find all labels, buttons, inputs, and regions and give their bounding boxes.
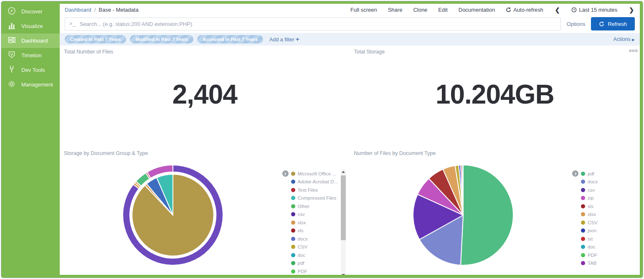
legend-color-dot bbox=[291, 172, 295, 176]
legend-item-docx[interactable]: docx bbox=[291, 235, 340, 243]
pie-slice-pdf[interactable] bbox=[461, 165, 513, 265]
legend-color-dot bbox=[581, 245, 585, 249]
legend-item-text-files[interactable]: Text Files bbox=[291, 186, 340, 194]
refresh-button[interactable]: Refresh bbox=[591, 17, 635, 30]
legend-label: txt bbox=[588, 236, 593, 241]
legend-color-dot bbox=[291, 237, 295, 241]
actions-link[interactable]: Actions ▶ bbox=[614, 36, 635, 42]
legend-item-compressed-files[interactable]: Compressed Files bbox=[291, 194, 340, 203]
breadcrumb-dashboard-link[interactable]: Dashboard bbox=[65, 7, 91, 13]
pie-chart-area bbox=[354, 156, 573, 267]
legend-label: TAB bbox=[588, 261, 597, 266]
filter-pill[interactable]: Created in Past 7 Years bbox=[65, 35, 126, 43]
legend-item-doc[interactable]: doc bbox=[581, 243, 636, 251]
legend-item-tab[interactable]: TAB bbox=[581, 259, 636, 268]
legend-color-dot bbox=[581, 221, 585, 225]
legend-item-pdf[interactable]: PDF bbox=[291, 267, 340, 275]
time-range-picker[interactable]: Last 15 minutes bbox=[571, 7, 617, 13]
filter-pill[interactable]: Modified in Past 7 Years bbox=[130, 35, 193, 43]
legend-label: doc bbox=[298, 253, 306, 258]
legend-label: pdf bbox=[588, 171, 594, 176]
search-row: >_ Options Refresh bbox=[60, 16, 640, 33]
scrollbar-thumb[interactable] bbox=[341, 175, 346, 240]
legend-label: xlsx bbox=[588, 212, 596, 217]
pie-body: Microsoft Office ...Adobe Acrobat D...Te… bbox=[64, 156, 346, 275]
legend-item-txt[interactable]: txt bbox=[581, 235, 636, 243]
legend-color-dot bbox=[581, 261, 585, 265]
legend-item-xlsx[interactable]: xlsx bbox=[291, 218, 340, 227]
dashboard-grid: Total Number of Files 2,404 Total Storag… bbox=[60, 46, 640, 275]
legend-item-json[interactable]: json bbox=[581, 227, 636, 235]
legend-item-pdf[interactable]: pdf bbox=[581, 170, 636, 178]
legend-color-dot bbox=[291, 204, 295, 208]
panel-files-by-type: Number of Files by Document Type pdfdocx… bbox=[350, 147, 640, 275]
legend-color-dot bbox=[291, 221, 295, 225]
legend-collapse-icon[interactable] bbox=[572, 170, 578, 177]
legend-item-xls[interactable]: xls bbox=[291, 227, 340, 235]
sidebar-item-management[interactable]: Management bbox=[1, 77, 60, 92]
clock-icon bbox=[571, 7, 577, 13]
panel-options-icon[interactable] bbox=[629, 50, 637, 52]
legend-label: CSV bbox=[588, 220, 598, 225]
sidebar-item-dashboard[interactable]: Dashboard bbox=[1, 33, 60, 48]
panel-title: Total Storage bbox=[354, 49, 636, 55]
legend-color-dot bbox=[581, 253, 585, 257]
time-back-chevron[interactable]: ❮ bbox=[554, 7, 561, 13]
legend-color-dot bbox=[581, 228, 585, 233]
legend-label: Compressed Files bbox=[298, 195, 337, 200]
legend-item-docx[interactable]: docx bbox=[581, 178, 636, 186]
breadcrumb-separator: / bbox=[94, 7, 96, 13]
scroll-down-icon[interactable] bbox=[342, 274, 345, 275]
legend-item-pdf[interactable]: PDF bbox=[581, 251, 636, 259]
legend-item-csv[interactable]: CSV bbox=[581, 218, 636, 227]
pie-body: pdfdocxcsvzipxlsxlsxCSVjsontxtdocPDFTAB bbox=[354, 156, 636, 267]
legend-item-xlsx[interactable]: xlsx bbox=[581, 211, 636, 219]
scroll-up-icon[interactable] bbox=[342, 171, 345, 173]
plus-icon: + bbox=[296, 36, 299, 43]
panel-total-files: Total Number of Files 2,404 bbox=[60, 46, 350, 147]
sidebar-item-visualize[interactable]: Visualize bbox=[1, 19, 60, 33]
legend-item-csv[interactable]: csv bbox=[291, 211, 340, 219]
legend-item-csv[interactable]: csv bbox=[581, 186, 636, 194]
metric-value-total-storage: 10.204GB bbox=[354, 79, 636, 110]
legend-color-dot bbox=[581, 237, 585, 241]
legend-list: pdfdocxcsvzipxlsxlsxCSVjsontxtdocPDFTAB bbox=[581, 170, 636, 267]
shield-icon bbox=[8, 51, 16, 60]
legend-item-pdf[interactable]: pdf bbox=[291, 259, 340, 268]
legend-item-csv[interactable]: CSV bbox=[291, 243, 340, 251]
sidebar-item-timelion[interactable]: Timelion bbox=[1, 48, 60, 63]
legend-item-microsoft-office-[interactable]: Microsoft Office ... bbox=[291, 170, 340, 178]
chevron-right-icon: ▶ bbox=[632, 38, 635, 42]
panel-storage-by-type: Storage by Document Group & Type Microso… bbox=[60, 147, 350, 275]
legend-item-other[interactable]: Other bbox=[291, 202, 340, 211]
legend-label: docx bbox=[588, 179, 598, 184]
chart-legend: pdfdocxcsvzipxlsxlsxCSVjsontxtdocPDFTAB bbox=[572, 156, 636, 267]
legend-item-doc[interactable]: doc bbox=[291, 251, 340, 259]
nav-link-edit[interactable]: Edit bbox=[438, 7, 447, 13]
legend-label: CSV bbox=[298, 244, 308, 249]
time-forward-chevron[interactable]: ❯ bbox=[628, 7, 635, 13]
legend-item-xls[interactable]: xls bbox=[581, 202, 636, 211]
legend-label: csv bbox=[298, 212, 305, 217]
legend-item-zip[interactable]: zip bbox=[581, 194, 636, 203]
legend-collapse-icon[interactable] bbox=[282, 170, 289, 177]
sidebar-item-discover[interactable]: Discover bbox=[1, 4, 60, 19]
legend-label: Other bbox=[298, 204, 310, 209]
legend-scrollbar[interactable] bbox=[341, 170, 346, 275]
filter-pill[interactable]: Accessed in Past 7 Years bbox=[197, 35, 263, 43]
breadcrumb-current: Base - Metadata bbox=[99, 7, 138, 13]
nav-link-clone[interactable]: Clone bbox=[413, 7, 427, 13]
auto-refresh-button[interactable]: Auto-refresh bbox=[506, 7, 543, 13]
nav-link-share[interactable]: Share bbox=[388, 7, 403, 13]
chart-legend: Microsoft Office ...Adobe Acrobat D...Te… bbox=[282, 156, 346, 275]
add-filter-link[interactable]: Add a filter + bbox=[269, 36, 299, 43]
storage-donut-chart bbox=[121, 163, 225, 267]
search-input[interactable] bbox=[80, 21, 556, 27]
legend-item-adobe-acrobat-d-[interactable]: Adobe Acrobat D... bbox=[291, 178, 340, 186]
options-link[interactable]: Options bbox=[567, 21, 586, 27]
legend-color-dot bbox=[291, 188, 295, 192]
sidebar-item-dev-tools[interactable]: Dev Tools bbox=[1, 63, 60, 77]
nav-link-documentation[interactable]: Documentation bbox=[459, 7, 495, 13]
nav-link-full-screen[interactable]: Full screen bbox=[350, 7, 377, 13]
refresh-icon bbox=[506, 7, 511, 13]
